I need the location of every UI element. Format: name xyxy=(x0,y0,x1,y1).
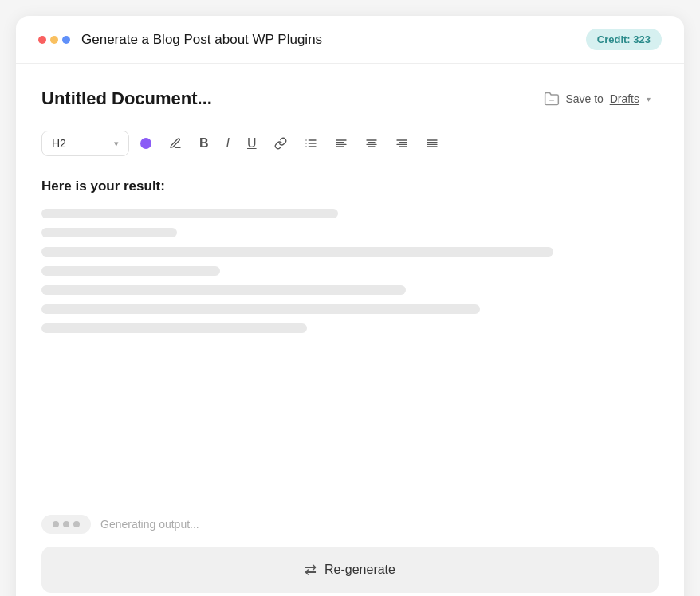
toolbar: H2 ▾ B I U xyxy=(41,131,659,156)
page-title: Generate a Blog Post about WP Plugins xyxy=(81,32,322,48)
generating-text: Generating output... xyxy=(100,518,199,531)
dot-red xyxy=(38,36,46,44)
align-center-button[interactable] xyxy=(359,132,384,155)
heading-select[interactable]: H2 ▾ xyxy=(41,131,129,156)
heading-select-value: H2 xyxy=(52,137,66,150)
align-right-icon xyxy=(395,137,408,150)
skeleton-line xyxy=(41,228,177,237)
top-bar: Generate a Blog Post about WP Plugins Cr… xyxy=(16,16,684,64)
regenerate-arrow-icon: ⇄ xyxy=(305,561,317,578)
skeleton-line xyxy=(41,323,307,333)
skeleton-line xyxy=(41,285,406,295)
save-to-drafts-button[interactable]: Save to Drafts ▾ xyxy=(536,86,659,112)
highlighter-button[interactable] xyxy=(163,132,188,155)
save-to-drafts-label: Save to Drafts xyxy=(565,92,639,105)
chevron-down-icon: ▾ xyxy=(647,95,651,104)
list-icon xyxy=(305,137,317,150)
highlighter-icon xyxy=(169,137,182,150)
regenerate-button[interactable]: ⇄ Re-generate xyxy=(41,547,659,593)
skeleton-line xyxy=(41,266,220,276)
justify-button[interactable] xyxy=(419,132,445,155)
link-button[interactable] xyxy=(268,132,293,155)
doc-header: Untitled Document... Save to Drafts ▾ xyxy=(41,86,659,112)
gen-dot-1 xyxy=(53,521,59,527)
gen-dot-2 xyxy=(63,521,69,527)
align-left-icon xyxy=(335,137,348,150)
app-container: Generate a Blog Post about WP Plugins Cr… xyxy=(16,16,684,596)
top-bar-left: Generate a Blog Post about WP Plugins xyxy=(38,32,322,48)
align-left-button[interactable] xyxy=(328,132,354,155)
credit-badge: Credit: 323 xyxy=(586,29,662,50)
skeleton-lines xyxy=(41,209,659,333)
bottom-area: Generating output... ⇄ Re-generate xyxy=(16,500,684,596)
italic-button[interactable]: I xyxy=(220,132,236,155)
skeleton-line xyxy=(41,304,480,314)
justify-icon xyxy=(426,137,438,150)
skeleton-line xyxy=(41,247,553,257)
regenerate-label: Re-generate xyxy=(324,563,395,577)
dot-blue xyxy=(62,36,70,44)
color-dot xyxy=(140,138,151,149)
document-area: Untitled Document... Save to Drafts ▾ H2… xyxy=(16,64,684,500)
link-icon xyxy=(274,137,287,150)
folder-icon xyxy=(544,91,560,107)
dot-yellow xyxy=(50,36,58,44)
result-label: Here is your result: xyxy=(41,178,659,194)
chevron-down-icon: ▾ xyxy=(114,139,119,149)
align-center-icon xyxy=(365,137,378,150)
align-right-button[interactable] xyxy=(389,132,415,155)
skeleton-line xyxy=(41,209,338,218)
gen-dot-3 xyxy=(73,521,80,527)
generating-dots-indicator xyxy=(41,515,91,534)
list-button[interactable] xyxy=(298,132,324,155)
result-section: Here is your result: xyxy=(41,178,659,484)
window-dots-icon xyxy=(38,36,70,44)
color-picker-button[interactable] xyxy=(134,133,158,154)
underline-button[interactable]: U xyxy=(241,132,263,155)
generating-row: Generating output... xyxy=(41,515,659,534)
bold-button[interactable]: B xyxy=(193,132,215,155)
doc-title: Untitled Document... xyxy=(41,88,212,109)
